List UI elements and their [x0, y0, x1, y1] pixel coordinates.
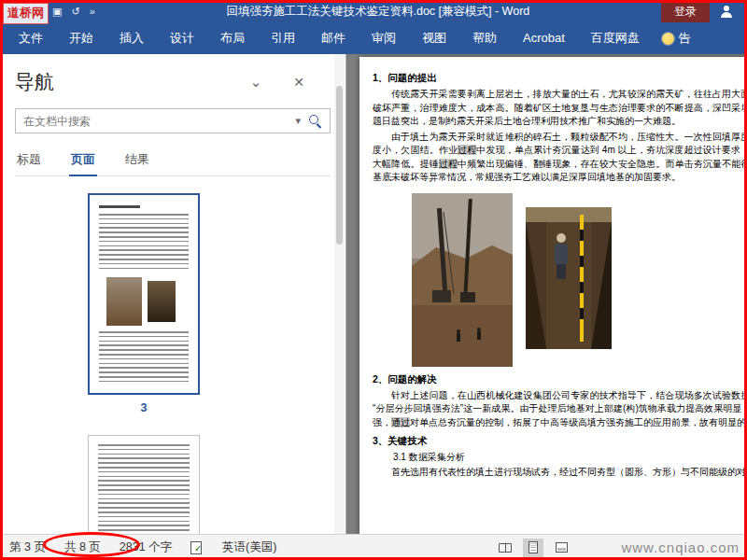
search-dropdown-icon[interactable]: ▾ [295, 115, 301, 127]
thumbnail-page-number: 3 [141, 401, 148, 414]
doc-paragraph: 传统露天开采需要剥离上层岩土，排放大量的土石，尤其较深的露天矿，往往占用大面积耕… [373, 88, 747, 129]
thumbnail-wrap-page-4 [86, 435, 202, 534]
tell-me-lightbulb-icon[interactable] [662, 33, 674, 45]
thumb-text-lines [99, 331, 189, 384]
ribbon-tab-2[interactable]: 开始 [56, 22, 106, 54]
doc-heading: 2、问题的解决 [373, 373, 747, 386]
tell-me-label[interactable]: 告 [679, 30, 691, 47]
view-mode-switcher [495, 539, 571, 557]
page-content-bottom: 2、问题的解决针对上述问题，在山西机械化建设集团公司专家的技术指导下，结合现场多… [373, 373, 747, 480]
doc-paragraph: 由于填土为露天开采时就近堆积的碎石土，颗粒级配不均，压缩性大。一次性回填厚度较大… [373, 131, 747, 185]
thumb-photo-right [148, 281, 176, 322]
read-mode-icon[interactable] [495, 539, 515, 557]
sign-in-button[interactable]: 登录 [661, 0, 710, 22]
document-images [412, 193, 747, 367]
status-total-pages[interactable]: 共 8 页 [64, 539, 101, 555]
doc-paragraph: 首先选用有代表性的填土进行现场试夯，经过不同夯型（圆形、方形）与不同能级的对比试… [373, 466, 747, 480]
watermark-daoqiao: 道桥网 [3, 3, 49, 24]
app-body: 导航 ⌄ ✕ ▾ 标题页面结果 [0, 54, 747, 534]
ribbon-tabs-list: 文件开始插入设计布局引用邮件审阅视图帮助Acrobat百度网盘 [6, 22, 653, 54]
thumbnail-wrap-page-3: 3 [86, 193, 202, 414]
doc-heading: 3、关键技术 [373, 435, 747, 448]
navigation-pane: 导航 ⌄ ✕ ▾ 标题页面结果 [0, 54, 346, 534]
ribbon-tab-10[interactable]: 帮助 [459, 22, 510, 54]
window-title: 回填强夯施工工法关键技术鉴定资料.doc [兼容模式] - Word [95, 4, 661, 20]
chevron-down-icon[interactable]: ⌄ [250, 74, 262, 91]
title-bar: ▣ ↺ » 回填强夯施工工法关键技术鉴定资料.doc [兼容模式] - Word… [0, 0, 747, 22]
status-language[interactable]: 英语(美国) [222, 539, 276, 555]
watermark-cnqiao: www.cnqiao.com [621, 539, 740, 555]
ribbon-tab-6[interactable]: 引用 [258, 22, 308, 54]
page-thumbnails: 3 [0, 176, 345, 534]
ribbon-tab-11[interactable]: Acrobat [510, 22, 578, 54]
document-area: 1、问题的提出传统露天开采需要剥离上层岩土，排放大量的土石，尤其较深的露天矿，往… [346, 54, 747, 534]
ribbon-tab-1[interactable]: 文件 [6, 22, 56, 54]
nav-tab-2[interactable]: 页面 [69, 148, 97, 176]
highlighted-text: 通过 [391, 417, 410, 427]
nav-scrollbar-thumb[interactable] [336, 86, 343, 245]
doc-paragraph: 针对上述问题，在山西机械化建设集团公司专家的技术指导下，结合现场多次试验数据的分… [373, 389, 747, 430]
nav-pane-title: 导航 [15, 69, 250, 95]
search-input[interactable] [23, 115, 288, 128]
status-page-number[interactable]: 第 3 页 [9, 539, 46, 555]
nav-tab-1[interactable]: 标题 [15, 148, 43, 175]
undo-icon[interactable]: ↺ [71, 6, 79, 18]
doc-heading: 1、问题的提出 [373, 72, 747, 85]
ribbon-tab-8[interactable]: 审阅 [359, 22, 409, 54]
thumb-photo-left [106, 277, 142, 326]
web-layout-icon[interactable] [551, 539, 571, 557]
nav-scrollbar[interactable] [334, 54, 345, 534]
highlighted-text: 过程 [458, 145, 476, 155]
proofing-check-icon[interactable] [190, 541, 204, 553]
ribbon-tab-7[interactable]: 邮件 [308, 22, 359, 54]
nav-tab-3[interactable]: 结果 [123, 148, 151, 175]
ribbon-tab-12[interactable]: 百度网盘 [578, 22, 653, 54]
word-window: ▣ ↺ » 回填强夯施工工法关键技术鉴定资料.doc [兼容模式] - Word… [0, 0, 747, 560]
thumb-text-lines [99, 214, 189, 272]
save-icon[interactable]: ▣ [52, 6, 62, 18]
search-box[interactable]: ▾ [15, 108, 331, 133]
status-word-count[interactable]: 2831 个字 [120, 539, 172, 555]
doc-subheading: 3.1 数据采集分析 [393, 451, 747, 464]
close-icon[interactable]: ✕ [293, 75, 304, 90]
search-icon[interactable] [308, 114, 322, 128]
ribbon-tab-3[interactable]: 插入 [106, 22, 157, 54]
page-content-top: 1、问题的提出传统露天开采需要剥离上层岩土，排放大量的土石，尤其较深的露天矿，往… [373, 72, 747, 185]
thumb-images [106, 277, 189, 326]
highlighted-text: 过程 [439, 159, 458, 169]
photo-dynamic-compaction-rigs [412, 193, 513, 367]
print-layout-icon[interactable] [523, 539, 543, 557]
page-thumbnail-3[interactable] [88, 193, 200, 395]
ribbon-tab-9[interactable]: 视图 [409, 22, 459, 54]
ribbon-tab-5[interactable]: 布局 [207, 22, 258, 54]
nav-tabs: 标题页面结果 [15, 148, 331, 176]
photo-trench-measurement [526, 207, 612, 349]
thumb-heading-bar [99, 205, 140, 208]
ribbon-tab-bar: 文件开始插入设计布局引用邮件审阅视图帮助Acrobat百度网盘 告 [0, 22, 747, 54]
page-thumbnail-4[interactable] [88, 435, 200, 534]
user-account-icon[interactable] [719, 5, 734, 19]
thumb-text-lines [98, 444, 190, 534]
nav-pane-header: 导航 ⌄ ✕ [0, 54, 345, 101]
ribbon-tab-4[interactable]: 设计 [157, 22, 207, 54]
document-page[interactable]: 1、问题的提出传统露天开采需要剥离上层岩土，排放大量的土石，尤其较深的露天矿，往… [359, 57, 747, 534]
quick-access-toolbar: ▣ ↺ » [52, 6, 95, 18]
